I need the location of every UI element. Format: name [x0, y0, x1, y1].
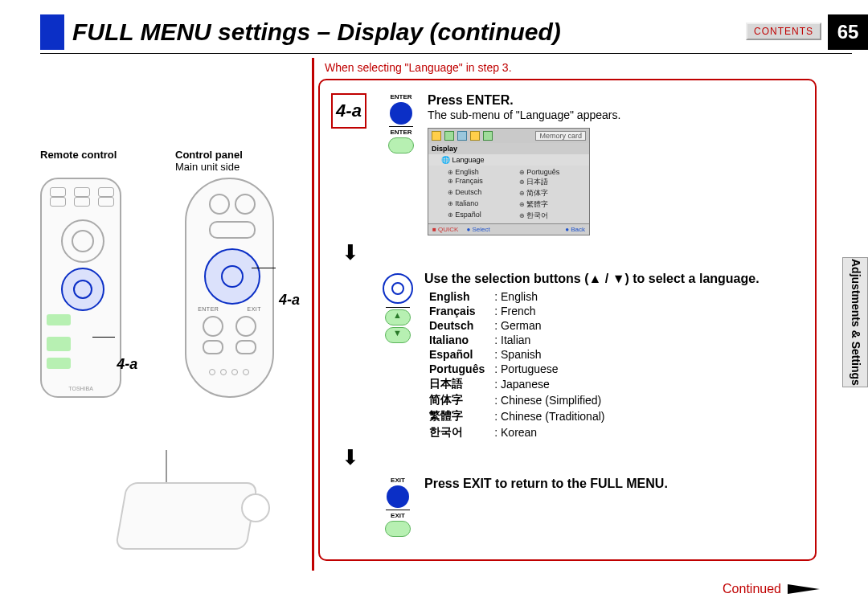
remote-dpad-icon: [61, 268, 104, 311]
green-button-icon: [388, 137, 414, 154]
osd-lang-item: 한국어: [519, 211, 584, 221]
down-arrow-icon: ⬇: [334, 240, 366, 265]
down-button-icon: [385, 327, 411, 343]
enter-label-icon: ENTER: [390, 93, 411, 100]
remote-highlight-button: [47, 337, 71, 351]
blue-button-icon: [387, 485, 409, 508]
osd-lang-item: Français: [448, 177, 513, 187]
panel-dpad-icon: [204, 248, 260, 305]
step-context-note: When selecting "Language" in step 3.: [325, 61, 512, 74]
panel-exit-label: EXIT: [248, 306, 262, 312]
osd-lang-item: Español: [448, 211, 513, 221]
osd-select: Select: [472, 226, 489, 233]
remote-control-label: Remote control: [40, 149, 143, 173]
exit-button-icons: EXIT EXIT: [371, 477, 424, 537]
osd-back: Back: [571, 226, 585, 233]
blue-button-icon: [390, 102, 412, 125]
step-badge-4a: 4-a: [331, 93, 366, 129]
continued-indicator: Continued: [723, 582, 820, 596]
contents-button[interactable]: CONTENTS: [746, 23, 821, 40]
osd-language-row: 🌐 Language: [428, 154, 589, 166]
horizontal-rule: [40, 53, 852, 54]
instruction-panel: 4-a ENTER ENTER Press ENTER. The sub-men…: [318, 79, 817, 561]
page-number: 65: [828, 14, 868, 50]
enter-button-icons: ENTER ENTER: [375, 93, 428, 154]
osd-lang-item: 繁體字: [519, 199, 584, 210]
section-tab-adjustments-settings[interactable]: Adjustments & Settings: [842, 257, 868, 387]
press-exit-heading: Press EXIT to return to the FULL MENU.: [424, 477, 804, 491]
remote-highlight-button: [47, 358, 71, 369]
title-accent: [40, 14, 64, 50]
osd-lang-item: Italiano: [448, 199, 513, 210]
osd-lang-item: Deutsch: [448, 188, 513, 199]
page-title: FULL MENU settings – Display (continued): [72, 18, 561, 46]
up-button-icon: [385, 309, 411, 325]
press-enter-heading: Press ENTER.: [428, 93, 804, 108]
osd-display-row: Display: [428, 143, 589, 154]
osd-memory-card-tab: Memory card: [535, 131, 586, 141]
continued-label: Continued: [723, 582, 781, 596]
divider-vertical: [312, 58, 314, 571]
control-panel-label: Control panel: [175, 149, 288, 161]
control-panel-diagram: ENTER EXIT: [185, 178, 274, 398]
osd-lang-item: 简体字: [519, 188, 584, 199]
osd-lang-item: 日本語: [519, 177, 584, 187]
exit-label-icon: EXIT: [391, 512, 405, 519]
panel-enter-label: ENTER: [198, 306, 219, 312]
select-language-heading: Use the selection buttons (▲ / ▼) to sel…: [424, 272, 770, 286]
enter-label-icon: ENTER: [390, 129, 411, 136]
down-arrow-icon: ⬇: [334, 445, 366, 470]
callout-4a: 4-a: [117, 356, 137, 373]
projector-diagram: [121, 458, 265, 555]
continued-arrow-icon: [788, 584, 820, 594]
osd-lang-item: Português: [519, 168, 584, 176]
osd-quick: QUICK: [438, 226, 458, 233]
osd-screenshot: Memory card Display 🌐 Language English P…: [428, 128, 590, 235]
selection-button-icons: [371, 272, 424, 343]
exit-label-icon: EXIT: [391, 477, 405, 484]
language-table: English: English Français: French Deutsc…: [424, 289, 609, 440]
dpad-icon: [383, 273, 413, 304]
press-enter-sub: The sub-menu of "Language" appears.: [428, 108, 804, 123]
brand-label: TOSHIBA: [42, 386, 120, 391]
green-button-icon: [385, 521, 411, 537]
remote-control-diagram: TOSHIBA: [40, 178, 121, 398]
remote-highlight-button: [47, 314, 71, 325]
osd-lang-item: English: [448, 168, 513, 176]
hardware-diagrams: Remote control Control panel Main unit s…: [40, 149, 305, 398]
main-unit-side-label: Main unit side: [175, 161, 240, 173]
callout-4a: 4-a: [279, 292, 300, 309]
